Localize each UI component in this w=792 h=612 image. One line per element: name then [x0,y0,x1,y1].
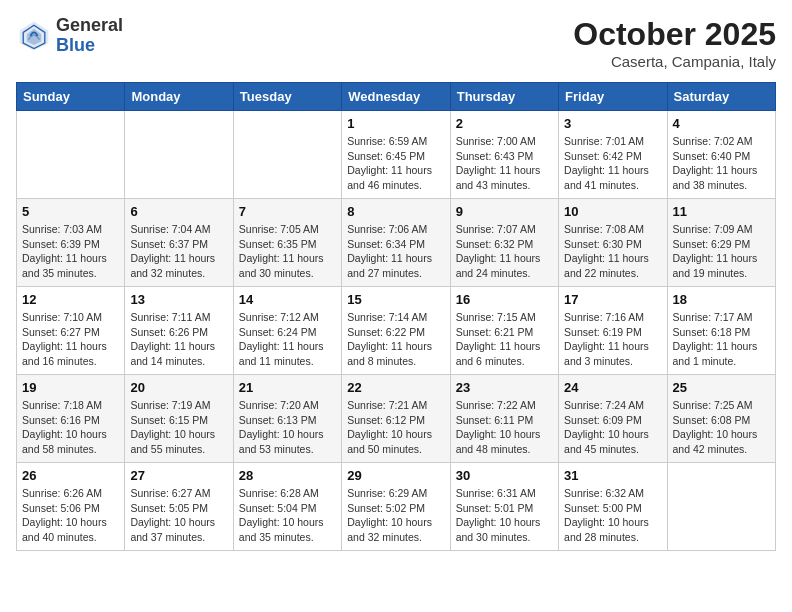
week-row-5: 26Sunrise: 6:26 AMSunset: 5:06 PMDayligh… [17,463,776,551]
day-info: Sunrise: 7:02 AMSunset: 6:40 PMDaylight:… [673,134,770,193]
day-cell: 1Sunrise: 6:59 AMSunset: 6:45 PMDaylight… [342,111,450,199]
day-cell: 12Sunrise: 7:10 AMSunset: 6:27 PMDayligh… [17,287,125,375]
day-number: 21 [239,380,336,395]
day-cell: 29Sunrise: 6:29 AMSunset: 5:02 PMDayligh… [342,463,450,551]
week-row-1: 1Sunrise: 6:59 AMSunset: 6:45 PMDaylight… [17,111,776,199]
day-cell: 31Sunrise: 6:32 AMSunset: 5:00 PMDayligh… [559,463,667,551]
day-info: Sunrise: 6:32 AMSunset: 5:00 PMDaylight:… [564,486,661,545]
day-number: 22 [347,380,444,395]
day-cell: 8Sunrise: 7:06 AMSunset: 6:34 PMDaylight… [342,199,450,287]
day-info: Sunrise: 7:16 AMSunset: 6:19 PMDaylight:… [564,310,661,369]
day-number: 16 [456,292,553,307]
title-block: October 2025 Caserta, Campania, Italy [573,16,776,70]
logo-icon [16,18,52,54]
weekday-header-wednesday: Wednesday [342,83,450,111]
day-number: 31 [564,468,661,483]
weekday-header-friday: Friday [559,83,667,111]
weekday-header-row: SundayMondayTuesdayWednesdayThursdayFrid… [17,83,776,111]
day-number: 8 [347,204,444,219]
day-info: Sunrise: 7:00 AMSunset: 6:43 PMDaylight:… [456,134,553,193]
day-number: 26 [22,468,119,483]
day-number: 27 [130,468,227,483]
day-info: Sunrise: 7:11 AMSunset: 6:26 PMDaylight:… [130,310,227,369]
day-info: Sunrise: 7:18 AMSunset: 6:16 PMDaylight:… [22,398,119,457]
weekday-header-tuesday: Tuesday [233,83,341,111]
day-number: 29 [347,468,444,483]
day-cell: 19Sunrise: 7:18 AMSunset: 6:16 PMDayligh… [17,375,125,463]
day-number: 3 [564,116,661,131]
day-number: 11 [673,204,770,219]
day-cell: 10Sunrise: 7:08 AMSunset: 6:30 PMDayligh… [559,199,667,287]
day-number: 10 [564,204,661,219]
day-info: Sunrise: 7:08 AMSunset: 6:30 PMDaylight:… [564,222,661,281]
day-cell: 3Sunrise: 7:01 AMSunset: 6:42 PMDaylight… [559,111,667,199]
day-info: Sunrise: 6:29 AMSunset: 5:02 PMDaylight:… [347,486,444,545]
day-cell: 23Sunrise: 7:22 AMSunset: 6:11 PMDayligh… [450,375,558,463]
page-header: General Blue October 2025 Caserta, Campa… [16,16,776,70]
day-info: Sunrise: 6:31 AMSunset: 5:01 PMDaylight:… [456,486,553,545]
day-number: 14 [239,292,336,307]
day-info: Sunrise: 7:22 AMSunset: 6:11 PMDaylight:… [456,398,553,457]
day-number: 12 [22,292,119,307]
day-number: 15 [347,292,444,307]
day-cell: 22Sunrise: 7:21 AMSunset: 6:12 PMDayligh… [342,375,450,463]
day-info: Sunrise: 7:17 AMSunset: 6:18 PMDaylight:… [673,310,770,369]
day-number: 4 [673,116,770,131]
day-info: Sunrise: 7:07 AMSunset: 6:32 PMDaylight:… [456,222,553,281]
day-cell: 2Sunrise: 7:00 AMSunset: 6:43 PMDaylight… [450,111,558,199]
day-info: Sunrise: 7:15 AMSunset: 6:21 PMDaylight:… [456,310,553,369]
day-number: 17 [564,292,661,307]
day-info: Sunrise: 7:04 AMSunset: 6:37 PMDaylight:… [130,222,227,281]
day-cell: 6Sunrise: 7:04 AMSunset: 6:37 PMDaylight… [125,199,233,287]
weekday-header-sunday: Sunday [17,83,125,111]
day-info: Sunrise: 7:24 AMSunset: 6:09 PMDaylight:… [564,398,661,457]
day-cell: 21Sunrise: 7:20 AMSunset: 6:13 PMDayligh… [233,375,341,463]
day-info: Sunrise: 7:09 AMSunset: 6:29 PMDaylight:… [673,222,770,281]
day-number: 5 [22,204,119,219]
day-cell: 20Sunrise: 7:19 AMSunset: 6:15 PMDayligh… [125,375,233,463]
week-row-4: 19Sunrise: 7:18 AMSunset: 6:16 PMDayligh… [17,375,776,463]
day-number: 2 [456,116,553,131]
day-number: 13 [130,292,227,307]
weekday-header-saturday: Saturday [667,83,775,111]
day-info: Sunrise: 7:03 AMSunset: 6:39 PMDaylight:… [22,222,119,281]
day-info: Sunrise: 7:20 AMSunset: 6:13 PMDaylight:… [239,398,336,457]
day-number: 24 [564,380,661,395]
day-cell: 4Sunrise: 7:02 AMSunset: 6:40 PMDaylight… [667,111,775,199]
day-cell: 18Sunrise: 7:17 AMSunset: 6:18 PMDayligh… [667,287,775,375]
logo: General Blue [16,16,123,56]
month-title: October 2025 [573,16,776,53]
day-cell: 5Sunrise: 7:03 AMSunset: 6:39 PMDaylight… [17,199,125,287]
day-cell: 13Sunrise: 7:11 AMSunset: 6:26 PMDayligh… [125,287,233,375]
day-info: Sunrise: 6:26 AMSunset: 5:06 PMDaylight:… [22,486,119,545]
day-info: Sunrise: 7:06 AMSunset: 6:34 PMDaylight:… [347,222,444,281]
weekday-header-monday: Monday [125,83,233,111]
day-cell: 16Sunrise: 7:15 AMSunset: 6:21 PMDayligh… [450,287,558,375]
week-row-2: 5Sunrise: 7:03 AMSunset: 6:39 PMDaylight… [17,199,776,287]
day-number: 6 [130,204,227,219]
day-info: Sunrise: 7:01 AMSunset: 6:42 PMDaylight:… [564,134,661,193]
day-info: Sunrise: 7:19 AMSunset: 6:15 PMDaylight:… [130,398,227,457]
day-number: 19 [22,380,119,395]
day-number: 20 [130,380,227,395]
day-info: Sunrise: 6:28 AMSunset: 5:04 PMDaylight:… [239,486,336,545]
day-cell: 11Sunrise: 7:09 AMSunset: 6:29 PMDayligh… [667,199,775,287]
day-cell: 17Sunrise: 7:16 AMSunset: 6:19 PMDayligh… [559,287,667,375]
day-cell [667,463,775,551]
day-number: 18 [673,292,770,307]
day-cell: 25Sunrise: 7:25 AMSunset: 6:08 PMDayligh… [667,375,775,463]
day-info: Sunrise: 7:21 AMSunset: 6:12 PMDaylight:… [347,398,444,457]
weekday-header-thursday: Thursday [450,83,558,111]
day-number: 30 [456,468,553,483]
day-cell [233,111,341,199]
day-number: 28 [239,468,336,483]
day-cell: 27Sunrise: 6:27 AMSunset: 5:05 PMDayligh… [125,463,233,551]
day-cell: 7Sunrise: 7:05 AMSunset: 6:35 PMDaylight… [233,199,341,287]
logo-text: General Blue [56,16,123,56]
day-cell: 9Sunrise: 7:07 AMSunset: 6:32 PMDaylight… [450,199,558,287]
day-cell: 15Sunrise: 7:14 AMSunset: 6:22 PMDayligh… [342,287,450,375]
day-cell: 14Sunrise: 7:12 AMSunset: 6:24 PMDayligh… [233,287,341,375]
day-cell: 24Sunrise: 7:24 AMSunset: 6:09 PMDayligh… [559,375,667,463]
day-cell [17,111,125,199]
day-cell: 30Sunrise: 6:31 AMSunset: 5:01 PMDayligh… [450,463,558,551]
